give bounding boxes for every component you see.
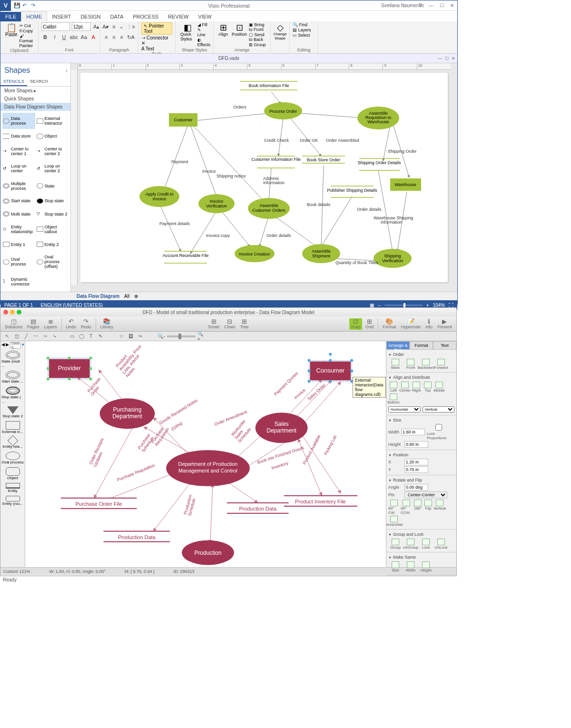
search-tab[interactable]: SEARCH: [27, 78, 51, 86]
increase-font-icon[interactable]: A▴: [93, 22, 100, 31]
process-ship-verif[interactable]: ShippingVerification: [374, 249, 412, 268]
pointer-tool-button[interactable]: ↖ Pointer Tool: [141, 22, 172, 35]
zoom-out-icon[interactable]: 🔍-: [158, 333, 165, 340]
zoom-level[interactable]: 104%: [433, 303, 445, 308]
shape-callout[interactable]: Object callout: [36, 221, 69, 237]
align-right-button[interactable]: Right: [411, 382, 422, 393]
store-po-file[interactable]: Purchase Order File: [61, 498, 137, 509]
external-warehouse[interactable]: Warehouse: [390, 178, 421, 191]
tab-design[interactable]: DESIGN: [76, 12, 105, 21]
snap-button[interactable]: ⊡Snap: [349, 318, 362, 330]
order-back-button[interactable]: Back: [388, 359, 403, 370]
font-name-select[interactable]: [41, 22, 70, 31]
library-menu-icon[interactable]: ▾: [22, 342, 24, 349]
image-icon[interactable]: 🖼: [127, 333, 135, 340]
process-order[interactable]: Process Order: [264, 102, 302, 119]
shape-loop2[interactable]: ↺Loop on center 2: [36, 160, 69, 177]
add-page-icon[interactable]: ⊕: [134, 294, 138, 299]
star-icon[interactable]: ☆: [118, 333, 125, 340]
undo-button[interactable]: ↶Undo: [65, 318, 78, 329]
zoom-slider[interactable]: [384, 305, 423, 306]
send-back-button[interactable]: ▢ Send to Back: [249, 32, 267, 42]
drawing-page[interactable]: Book Information File Customer Informati…: [80, 73, 448, 282]
bring-front-button[interactable]: ▣ Bring to Front: [249, 22, 267, 32]
rotate-text-icon[interactable]: ↻A: [127, 33, 135, 41]
cut-button[interactable]: ✂ Cut: [20, 23, 35, 28]
store-cust-info[interactable]: Customer Information File: [251, 156, 301, 168]
more-shapes-link[interactable]: More Shapes ▸: [0, 87, 70, 95]
nav-back-icon[interactable]: ◀: [1, 342, 5, 349]
process-apply-credit[interactable]: Apply Credit toInvoice: [139, 186, 179, 207]
align-top-button[interactable]: Top: [423, 382, 433, 393]
tab-view[interactable]: VIEW: [193, 12, 216, 21]
zoom-track[interactable]: [167, 335, 196, 337]
quick-shapes-link[interactable]: Quick Shapes: [0, 95, 70, 103]
text-tool-button[interactable]: A Text: [141, 46, 172, 51]
height-input[interactable]: [404, 441, 428, 448]
fit-page-icon[interactable]: ⛶: [449, 303, 453, 308]
redo-button[interactable]: ↷Redo: [79, 318, 93, 329]
page-tab-dfd[interactable]: Data Flow Diagram: [77, 294, 119, 299]
angle-input[interactable]: [404, 484, 428, 491]
lib-entity-round[interactable]: Entity (rou...: [1, 495, 24, 507]
quick-styles-button[interactable]: ◧Quick Styles: [178, 22, 197, 47]
status-zoom[interactable]: Custom 121%: [3, 569, 30, 574]
store-publisher-shipping[interactable]: Publisher Shipping Details: [327, 186, 377, 197]
unlock-button[interactable]: UnLock: [434, 539, 448, 550]
save-icon[interactable]: 💾: [14, 2, 20, 9]
tab-home[interactable]: HOME: [21, 11, 47, 21]
find-button[interactable]: 🔍 Find: [293, 22, 315, 27]
doc-close-icon[interactable]: ✕: [452, 56, 455, 61]
process-production[interactable]: Production: [182, 541, 234, 565]
process-invoice-verif[interactable]: InvoiceVerification: [198, 194, 235, 213]
doc-restore-icon[interactable]: ☐: [445, 56, 449, 61]
distribute-v-select[interactable]: Vertical: [423, 406, 455, 413]
close-traffic-icon[interactable]: [3, 310, 8, 315]
lib-entity-rel[interactable]: Entity rela...: [1, 436, 24, 450]
ellipse-icon[interactable]: ◯: [78, 333, 85, 340]
page-tab-all[interactable]: All: [124, 294, 129, 299]
lib-object[interactable]: Object: [1, 466, 24, 481]
stencils-tab[interactable]: STENCILS: [0, 78, 27, 86]
format-painter-button[interactable]: 🖌 Format Painter: [20, 34, 35, 48]
shape-center2[interactable]: ⇢Center to center 2: [36, 143, 69, 159]
pin-select[interactable]: Center-Center: [404, 492, 447, 498]
shape-stop-state[interactable]: Stop state: [36, 195, 69, 207]
maximize-icon[interactable]: ☐: [436, 1, 447, 10]
connector2-icon[interactable]: ⤷: [51, 333, 59, 340]
same-width-button[interactable]: Width: [404, 561, 418, 572]
shape-stop-state2[interactable]: ▽Stop state 2: [36, 208, 69, 220]
shape-entity-rel[interactable]: ◇Entity relationship: [2, 221, 35, 237]
text-icon[interactable]: T: [87, 333, 95, 340]
tab-review[interactable]: REVIEW: [163, 12, 193, 21]
align-bottom-button[interactable]: Bottom: [388, 394, 399, 404]
process-sales[interactable]: SalesDepartment: [256, 413, 308, 443]
align-left-button[interactable]: Left: [388, 382, 399, 393]
minimize-traffic-icon[interactable]: [10, 310, 15, 315]
curve-tool-icon[interactable]: 〰: [32, 333, 39, 340]
line-tool-icon[interactable]: ╱: [22, 333, 30, 340]
store-ship-order-details[interactable]: Shipping Order Details: [358, 158, 401, 170]
shape-dynamic-connector[interactable]: ⤵Dynamic connector: [2, 274, 35, 290]
solutions-button[interactable]: ◫Solutions: [3, 318, 24, 329]
process-assemble-req[interactable]: AssembleRequisition toWarehouse: [357, 107, 399, 129]
effects-button[interactable]: ◐ Effects: [197, 38, 210, 47]
shape-state[interactable]: State: [36, 177, 69, 194]
shape-loop1[interactable]: ↺Loop on center: [2, 160, 35, 177]
copy-button[interactable]: ⎘ Copy: [20, 29, 35, 33]
library-button[interactable]: 📚Library: [99, 318, 115, 329]
distribute-h-select[interactable]: Horizontal: [388, 406, 421, 413]
store-account-receivable[interactable]: Account Receivable File: [163, 251, 209, 263]
zoom-traffic-icon[interactable]: [17, 310, 21, 315]
align-right-icon[interactable]: ≡: [119, 33, 125, 41]
shape-entity2[interactable]: Entity 2: [36, 238, 69, 250]
zoom-in-icon[interactable]: 🔍+: [197, 333, 205, 340]
collapse-panel-icon[interactable]: ‹: [66, 68, 70, 73]
flip-button[interactable]: Flip: [423, 500, 433, 515]
tab-data[interactable]: DATA: [106, 12, 128, 21]
lib-external[interactable]: External in...: [1, 420, 24, 435]
library-tab[interactable]: Data fl...: [10, 342, 21, 349]
format-button[interactable]: 🎨Format: [381, 318, 398, 330]
nav-fwd-icon[interactable]: ▶: [6, 342, 9, 349]
chain-button[interactable]: ⊟Chain: [223, 318, 237, 329]
